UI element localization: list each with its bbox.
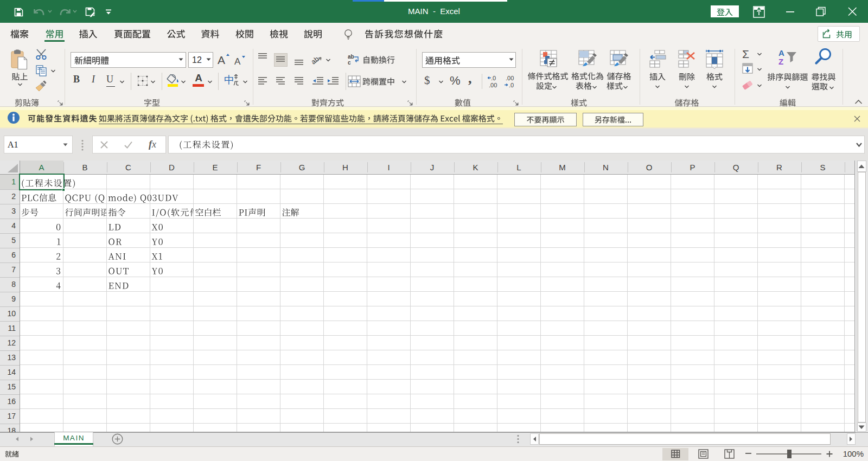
svg-text:ab: ab <box>312 55 321 65</box>
svg-text:Z: Z <box>778 57 783 66</box>
svg-text:A: A <box>234 56 241 67</box>
svg-text:c: c <box>348 60 351 66</box>
svg-text:.00: .00 <box>506 75 514 81</box>
svg-text:A: A <box>218 54 225 66</box>
svg-text:中: 中 <box>224 74 234 86</box>
svg-text:.0: .0 <box>491 75 496 81</box>
svg-text:.00: .00 <box>489 82 497 88</box>
svg-text:.0: .0 <box>509 82 514 88</box>
svg-text:A: A <box>778 49 784 57</box>
svg-text:ab: ab <box>348 54 354 60</box>
